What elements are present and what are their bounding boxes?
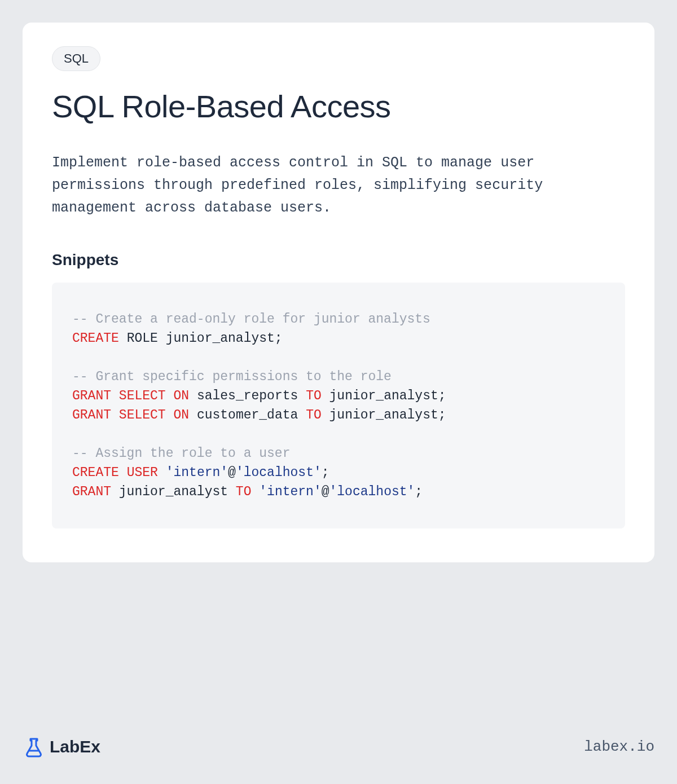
language-badge: SQL <box>52 46 100 71</box>
page-title: SQL Role-Based Access <box>52 88 625 125</box>
description-text: Implement role-based access control in S… <box>52 152 625 219</box>
snippets-heading: Snippets <box>52 251 625 269</box>
logo: LabEx <box>23 735 100 758</box>
footer-link: labex.io <box>584 738 654 755</box>
footer: LabEx labex.io <box>23 724 654 761</box>
content-card: SQL SQL Role-Based Access Implement role… <box>23 23 654 562</box>
flask-icon <box>23 735 45 758</box>
code-snippet: -- Create a read-only role for junior an… <box>52 283 625 528</box>
logo-text: LabEx <box>50 737 100 756</box>
